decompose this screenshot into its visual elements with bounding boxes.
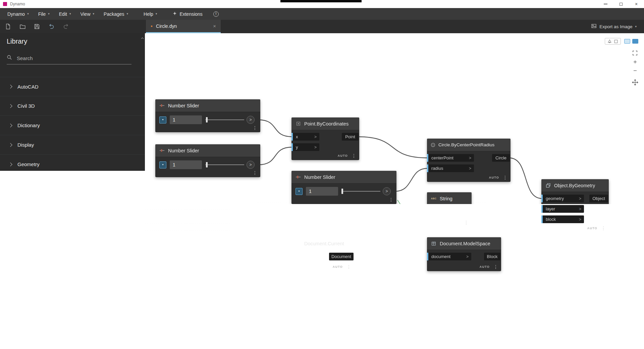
close-button[interactable]: ×: [629, 0, 644, 8]
lacing-label[interactable]: AUTO: [480, 265, 490, 268]
slider-value-input[interactable]: 1: [170, 115, 202, 124]
node-menu-icon[interactable]: ⋮: [493, 264, 498, 269]
wire[interactable]: [500, 219, 542, 257]
scroll-down-icon[interactable]: [141, 326, 144, 328]
output-port[interactable]: >: [247, 161, 255, 169]
library-item-script[interactable]: Script: [0, 252, 145, 271]
lacing-label[interactable]: AUTO: [587, 227, 597, 230]
node-menu-icon[interactable]: ⋮: [601, 226, 606, 231]
export-as-image-button[interactable]: Export as Image ▾: [591, 20, 637, 33]
slider-options-dropdown[interactable]: ▾: [296, 188, 303, 195]
lacing-label[interactable]: AUTO: [338, 154, 348, 157]
pan-button[interactable]: [631, 79, 639, 86]
output-port-block[interactable]: Block: [484, 253, 500, 260]
tab-circle-dyn[interactable]: ● Circle.dyn ×: [146, 20, 221, 33]
library-item-list[interactable]: List: [0, 213, 145, 233]
slider-track[interactable]: [341, 191, 380, 192]
wire[interactable]: [258, 147, 292, 165]
input-port-layer[interactable]: layer>: [541, 205, 584, 213]
input-port-y[interactable]: y>: [291, 143, 319, 151]
slider-handle[interactable]: [206, 117, 208, 122]
slider-options-dropdown[interactable]: ▾: [159, 161, 166, 168]
node-menu-icon[interactable]: ⋮: [503, 175, 507, 180]
lacing-label[interactable]: AUTO: [489, 176, 499, 179]
output-port[interactable]: >: [247, 116, 255, 124]
menu-file[interactable]: File▾: [34, 8, 54, 20]
run-mode-select[interactable]: Automatic ▾: [1, 334, 70, 348]
input-port-x[interactable]: x>: [291, 133, 319, 141]
library-item-units[interactable]: Units: [0, 291, 145, 310]
tab-close-icon[interactable]: ×: [213, 23, 216, 29]
node-point-bycoordinates[interactable]: Point.ByCoordinates x> Point y> AUTO⋮: [291, 117, 359, 160]
maximize-button[interactable]: [613, 0, 629, 8]
graph-view-toggle[interactable]: [624, 38, 639, 45]
undo-button[interactable]: [48, 23, 55, 30]
redo-button[interactable]: [62, 23, 69, 30]
menu-help[interactable]: Help▾: [139, 8, 162, 20]
input-port-radius[interactable]: radius>: [427, 164, 474, 172]
library-item-autocad[interactable]: AutoCAD: [0, 77, 145, 96]
node-circle-bycenterpointradius[interactable]: Circle.ByCenterPointRadius centerPoint> …: [427, 139, 511, 182]
node-menu-icon[interactable]: ⋮: [346, 264, 351, 269]
geometry-preview-toggle[interactable]: [605, 38, 621, 45]
slider-track[interactable]: [205, 119, 244, 120]
menu-edit[interactable]: Edit▾: [54, 8, 76, 20]
library-search[interactable]: [7, 52, 131, 64]
save-button[interactable]: [34, 23, 40, 30]
node-number-slider-1[interactable]: Number Slider ▾ 1 > ⋮: [155, 99, 260, 132]
library-item-display[interactable]: Display: [0, 135, 145, 155]
background-3d-toggle-icon[interactable]: [624, 39, 630, 44]
library-item-civil3d[interactable]: Civil 3D: [0, 96, 145, 116]
zoom-fit-button[interactable]: [631, 49, 639, 57]
input-port-centerpoint[interactable]: centerPoint>: [427, 154, 474, 162]
open-file-button[interactable]: [19, 23, 26, 30]
add-package-button[interactable]: +: [129, 320, 134, 329]
output-port[interactable]: >: [383, 187, 391, 195]
wire[interactable]: [358, 137, 428, 158]
input-port-geometry[interactable]: geometry>: [541, 195, 584, 202]
wire[interactable]: [509, 158, 542, 199]
node-document-modelspace[interactable]: Document.ModelSpace document> Block AUTO…: [427, 237, 501, 271]
library-item-math[interactable]: Math: [0, 233, 145, 252]
lacing-label[interactable]: AUTO: [333, 265, 343, 268]
node-object-bygeometry[interactable]: Object.ByGeometry geometry> Object layer…: [541, 179, 609, 233]
zoom-in-button[interactable]: [631, 58, 639, 65]
slider-handle[interactable]: [206, 162, 208, 167]
search-input[interactable]: [16, 55, 117, 61]
wire[interactable]: [258, 120, 292, 137]
node-number-slider-3[interactable]: Number Slider ▾ 1 > ⋮: [291, 171, 396, 204]
graph-view-toggle-icon[interactable]: [632, 39, 638, 44]
node-string[interactable]: ABC String 0 > ⋮: [427, 192, 472, 227]
node-menu-icon[interactable]: ⋮: [352, 153, 356, 158]
menu-view[interactable]: View▾: [75, 8, 99, 20]
string-value-input[interactable]: 0: [430, 208, 457, 217]
minimize-button[interactable]: [598, 0, 613, 8]
menu-extensions[interactable]: Extensions: [168, 8, 207, 20]
menu-packages[interactable]: Packages▾: [99, 8, 133, 20]
scroll-up-icon[interactable]: [141, 37, 144, 39]
input-port-document[interactable]: document>: [427, 253, 471, 260]
output-port-object[interactable]: Object: [589, 195, 608, 202]
library-item-string[interactable]: String: [0, 271, 145, 291]
output-port-point[interactable]: Point: [342, 133, 359, 141]
node-menu-icon[interactable]: ⋮: [253, 170, 257, 175]
node-menu-icon[interactable]: ⋮: [464, 220, 469, 225]
node-menu-icon[interactable]: ⋮: [389, 197, 393, 202]
slider-options-dropdown[interactable]: ▾: [159, 116, 166, 123]
slider-value-input[interactable]: 1: [170, 160, 202, 169]
library-item-input[interactable]: Input: [0, 194, 145, 213]
input-port-block[interactable]: block>: [541, 215, 584, 223]
graph-canvas[interactable]: Number Slider ▾ 1 > ⋮ Number Slider ▾ 1 …: [145, 33, 644, 333]
slider-value-input[interactable]: 1: [306, 187, 338, 196]
output-port-circle[interactable]: Circle: [492, 154, 510, 162]
node-document-current[interactable]: Document.Current Document AUTO⋮: [291, 237, 354, 271]
node-menu-icon[interactable]: ⋮: [253, 126, 257, 130]
slider-track[interactable]: [205, 164, 244, 165]
output-port[interactable]: >: [459, 209, 467, 217]
menu-dynamo[interactable]: Dynamo▾: [3, 8, 34, 20]
wire[interactable]: [395, 168, 428, 192]
zoom-out-button[interactable]: [631, 67, 639, 74]
wire[interactable]: [470, 209, 542, 213]
notifications-icon[interactable]: !: [213, 11, 219, 17]
new-file-button[interactable]: [5, 23, 11, 30]
